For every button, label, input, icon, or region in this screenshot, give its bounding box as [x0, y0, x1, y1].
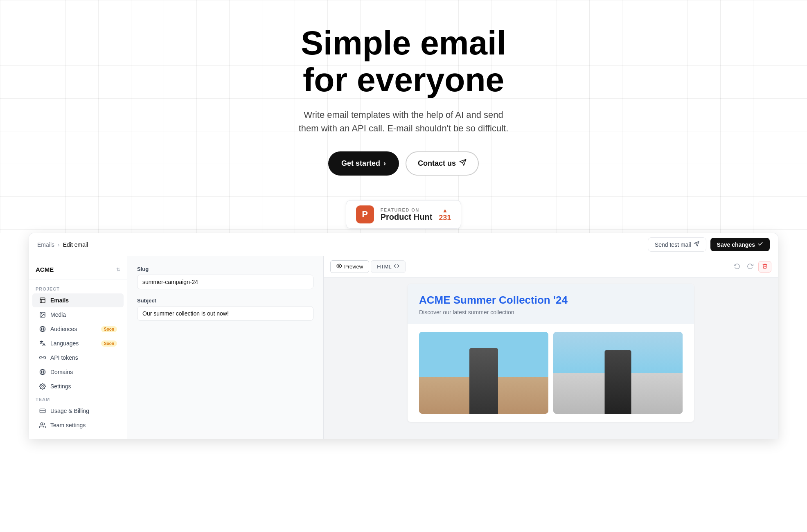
- svg-point-8: [41, 313, 42, 314]
- subject-field-group: Subject: [137, 298, 313, 321]
- chevron-right-icon: ›: [383, 159, 386, 168]
- email-preview-title: ACME Summer Collection '24: [419, 294, 683, 307]
- check-icon: [757, 241, 763, 248]
- sidebar-settings-label: Settings: [50, 383, 71, 390]
- send-mail-icon: [694, 241, 699, 248]
- api-tokens-icon: [39, 354, 46, 361]
- product-hunt-votes: ▲ 231: [439, 207, 451, 222]
- contact-us-button[interactable]: Contact us: [406, 151, 479, 176]
- undo-button[interactable]: [732, 261, 742, 273]
- slug-input[interactable]: [137, 275, 313, 289]
- sidebar-project-label: PROJECT: [29, 283, 127, 293]
- upvote-arrow-icon: ▲: [442, 207, 448, 214]
- sidebar-domains-label: Domains: [50, 369, 73, 375]
- sidebar-item-team-settings[interactable]: Team settings: [32, 418, 124, 432]
- preview-actions: [732, 261, 771, 273]
- product-hunt-badge[interactable]: P FEATURED ON Product Hunt ▲ 231: [346, 200, 462, 229]
- email-preview-subtitle: Discover our latest summer collection: [419, 309, 683, 316]
- product-hunt-text: FEATURED ON Product Hunt: [381, 207, 433, 222]
- send-icon: [459, 159, 467, 168]
- sidebar-item-usage-billing[interactable]: Usage & Billing: [32, 404, 124, 418]
- sidebar-item-domains[interactable]: Domains: [32, 365, 124, 379]
- audiences-icon: [39, 325, 46, 333]
- subject-label: Subject: [137, 298, 313, 304]
- sidebar-api-tokens-label: API tokens: [50, 354, 78, 361]
- workspace-chevron-icon: ⇅: [116, 267, 120, 273]
- workspace-name: ACME: [36, 266, 54, 273]
- sidebar-item-languages[interactable]: Languages Soon: [32, 336, 124, 350]
- tab-preview[interactable]: Preview: [330, 260, 369, 273]
- app-window: Emails › Edit email Send test mail Save …: [29, 233, 778, 439]
- sidebar-media-label: Media: [50, 311, 66, 318]
- media-icon: [39, 311, 46, 318]
- email-image-1: [419, 332, 548, 414]
- languages-icon: [39, 340, 46, 347]
- svg-point-17: [41, 423, 43, 425]
- header-actions: Send test mail Save changes: [648, 237, 770, 252]
- sidebar-team-label: TEAM: [29, 394, 127, 404]
- email-preview-area: ACME Summer Collection '24 Discover our …: [324, 277, 778, 439]
- audiences-soon-badge: Soon: [101, 326, 117, 332]
- languages-soon-badge: Soon: [101, 340, 117, 347]
- tab-html[interactable]: HTML: [371, 260, 405, 273]
- send-test-mail-button[interactable]: Send test mail: [648, 237, 706, 252]
- settings-icon: [39, 383, 46, 390]
- get-started-button[interactable]: Get started ›: [328, 151, 399, 176]
- delete-button[interactable]: [758, 261, 771, 273]
- domains-icon: [39, 368, 46, 376]
- email-images-grid: [408, 324, 694, 422]
- sidebar-team-settings-label: Team settings: [50, 422, 86, 428]
- breadcrumb: Emails › Edit email: [37, 241, 88, 248]
- svg-rect-15: [40, 409, 45, 413]
- hero-title: Simple email for everyone: [8, 25, 799, 98]
- hero-buttons: Get started › Contact us: [8, 151, 799, 176]
- subject-input[interactable]: [137, 306, 313, 321]
- app-body: ACME ⇅ PROJECT Emails Media A: [29, 256, 778, 439]
- preview-tabs: Preview HTML: [330, 260, 406, 273]
- billing-icon: [39, 407, 46, 415]
- sidebar-languages-label: Languages: [50, 340, 79, 347]
- preview-panel: Preview HTML: [324, 256, 778, 439]
- save-changes-button[interactable]: Save changes: [710, 238, 770, 251]
- sidebar: ACME ⇅ PROJECT Emails Media A: [29, 256, 127, 439]
- emails-icon: [39, 297, 46, 304]
- slug-field-group: Slug: [137, 266, 313, 289]
- app-header: Emails › Edit email Send test mail Save …: [29, 233, 778, 256]
- sidebar-item-api-tokens[interactable]: API tokens: [32, 351, 124, 365]
- workspace-selector[interactable]: ACME ⇅: [29, 263, 127, 280]
- sidebar-audiences-label: Audiences: [50, 326, 77, 332]
- svg-rect-4: [40, 298, 45, 303]
- form-panel: Slug Subject: [127, 256, 324, 439]
- hero-subtitle: Write email templates with the help of A…: [293, 108, 514, 135]
- breadcrumb-separator: ›: [58, 241, 60, 248]
- sidebar-emails-label: Emails: [50, 297, 69, 304]
- preview-toolbar: Preview HTML: [324, 256, 778, 277]
- sidebar-item-media[interactable]: Media: [32, 308, 124, 322]
- team-icon: [39, 422, 46, 429]
- email-image-2: [553, 332, 683, 414]
- hero-section: Simple email for everyone Write email te…: [0, 0, 807, 233]
- code-icon: [394, 263, 399, 270]
- refresh-button[interactable]: [745, 261, 755, 273]
- sidebar-item-audiences[interactable]: Audiences Soon: [32, 322, 124, 336]
- email-header: ACME Summer Collection '24 Discover our …: [408, 284, 694, 324]
- breadcrumb-emails-link[interactable]: Emails: [37, 241, 54, 248]
- product-hunt-logo: P: [356, 205, 374, 223]
- svg-point-18: [338, 266, 340, 267]
- sidebar-item-settings[interactable]: Settings: [32, 379, 124, 393]
- breadcrumb-current: Edit email: [63, 241, 88, 248]
- slug-label: Slug: [137, 266, 313, 272]
- svg-point-14: [42, 385, 43, 387]
- eye-icon: [336, 263, 342, 270]
- sidebar-item-emails[interactable]: Emails: [32, 293, 124, 307]
- email-card: ACME Summer Collection '24 Discover our …: [408, 284, 694, 422]
- sidebar-usage-billing-label: Usage & Billing: [50, 408, 89, 414]
